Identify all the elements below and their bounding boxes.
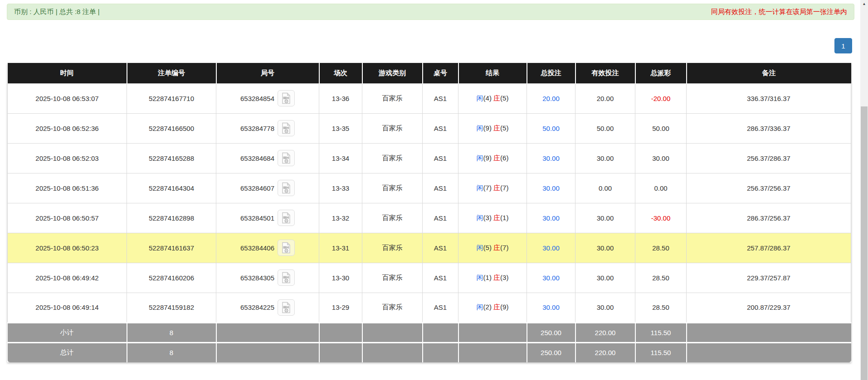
table-row: 2025-10-08 06:49:14 522874159182 6532842… [8,293,851,322]
vertical-scrollbar[interactable]: ▲ [860,0,868,380]
session-cell: 13-32 [319,203,362,233]
total-bet-link[interactable]: 30.00 [542,303,560,311]
total-bet-cell: 30.00 [527,293,575,322]
remark-cell: 286.37/336.37 [687,113,851,143]
table-row: 2025-10-08 06:51:36 522874164304 6532846… [8,173,851,203]
col-session: 场次 [319,63,362,83]
banker-result-label: 庄 [493,303,500,311]
table-row: 2025-10-08 06:50:57 522874162898 6532845… [8,203,851,233]
col-payout: 总派彩 [635,63,687,83]
total-bet-cell: 50.00 [527,113,575,143]
banker-result-label: 庄 [493,124,500,132]
payout-cell: 50.00 [635,113,687,143]
bet-id-cell: 522874165288 [127,143,216,173]
summary-payout-cell: 115.50 [635,342,687,362]
round-id-cell: 653284607 [216,173,319,203]
summary-label-cell: 总计 [8,342,127,362]
valid-bet-cell: 30.00 [575,143,635,173]
video-replay-button[interactable] [278,240,295,256]
player-result-label: 闲 [477,303,483,311]
table-no-cell: AS1 [423,203,458,233]
page-button-1[interactable]: 1 [834,38,852,53]
banker-result-label: 庄 [493,184,500,192]
video-replay-button[interactable] [278,180,295,196]
total-bet-link[interactable]: 30.00 [542,184,560,192]
banker-result-score: (5) [500,124,508,132]
round-id-text: 653284501 [240,214,274,222]
banker-result-label: 庄 [493,94,500,102]
table-row: 2025-10-08 06:50:23 522874161637 6532844… [8,233,851,263]
result-cell: 闲(5) 庄(7) [458,233,527,263]
total-bet-link[interactable]: 30.00 [542,154,560,162]
banker-result-label: 庄 [493,214,500,221]
result-cell: 闲(9) 庄(5) [458,113,527,143]
video-replay-button[interactable] [278,210,295,226]
col-time: 时间 [8,63,127,83]
col-result: 结果 [458,63,527,83]
time-cell: 2025-10-08 06:51:36 [8,173,127,203]
remark-cell: 256.37/256.37 [687,173,851,203]
session-cell: 13-31 [319,233,362,263]
game-type-cell: 百家乐 [362,143,423,173]
banker-result-score: (7) [500,184,508,192]
banker-result-score: (1) [500,214,508,221]
total-bet-link[interactable]: 20.00 [542,95,560,102]
total-bet-cell: 30.00 [527,233,575,263]
remark-cell: 200.87/229.37 [687,293,851,322]
valid-bet-cell: 30.00 [575,263,635,293]
col-total-bet: 总投注 [527,63,575,83]
video-replay-button[interactable] [278,120,295,136]
video-file-icon [281,242,292,254]
payout-cell: 28.50 [635,293,687,322]
bet-id-cell: 522874164304 [127,173,216,203]
remark-cell: 286.37/256.37 [687,203,851,233]
round-id-cell: 653284778 [216,113,319,143]
game-type-cell: 百家乐 [362,263,423,293]
table-no-cell: AS1 [423,143,458,173]
table-row: 2025-10-08 06:53:07 522874167710 6532848… [8,83,851,113]
total-bet-link[interactable]: 30.00 [542,244,560,252]
currency-summary-text: 币别 : 人民币 | 总共 :8 注单 | [14,8,100,16]
round-id-cell: 653284225 [216,293,319,322]
video-replay-button[interactable] [278,269,295,286]
player-result-score: (4) [483,94,492,102]
col-remark: 备注 [687,63,851,83]
summary-total-bet-cell: 250.00 [527,322,575,342]
round-id-cell: 653284305 [216,263,319,293]
table-row: 2025-10-08 06:49:42 522874160206 6532843… [8,263,851,293]
total-bet-cell: 30.00 [527,173,575,203]
total-bet-link[interactable]: 30.00 [542,274,560,282]
video-replay-button[interactable] [278,299,295,316]
total-bet-link[interactable]: 30.00 [542,214,560,222]
banker-result-score: (9) [500,303,508,311]
session-cell: 13-34 [319,143,362,173]
bet-id-cell: 522874167710 [127,83,216,113]
player-result-score: (1) [483,274,492,281]
payout-cell: -20.00 [635,83,687,113]
table-row: 2025-10-08 06:52:03 522874165288 6532846… [8,143,851,173]
scroll-up-arrow-icon[interactable]: ▲ [860,0,868,8]
table-no-cell: AS1 [423,83,458,113]
video-replay-button[interactable] [278,150,295,166]
session-cell: 13-30 [319,263,362,293]
session-cell: 13-36 [319,83,362,113]
time-cell: 2025-10-08 06:52:03 [8,143,127,173]
table-header-row: 时间注单编号局号场次游戏类别桌号结果总投注有效投注总派彩备注 [8,63,851,83]
video-file-icon [281,92,292,104]
scrollbar-thumb[interactable] [861,106,868,380]
total-bet-cell: 30.00 [527,263,575,293]
banker-result-label: 庄 [493,274,500,281]
player-result-score: (2) [483,303,492,311]
payout-cell: 0.00 [635,173,687,203]
video-replay-button[interactable] [278,90,295,106]
result-cell: 闲(3) 庄(1) [458,203,527,233]
summary-row: 小计 8 250.00 220.00 115.50 [8,322,851,342]
table-row: 2025-10-08 06:52:36 522874166500 6532847… [8,113,851,143]
payout-cell: -30.00 [635,203,687,233]
time-cell: 2025-10-08 06:49:42 [8,263,127,293]
round-id-text: 653284406 [240,244,274,252]
banker-result-score: (7) [500,244,508,251]
game-type-cell: 百家乐 [362,113,423,143]
total-bet-link[interactable]: 50.00 [542,125,560,132]
player-result-label: 闲 [477,274,483,281]
